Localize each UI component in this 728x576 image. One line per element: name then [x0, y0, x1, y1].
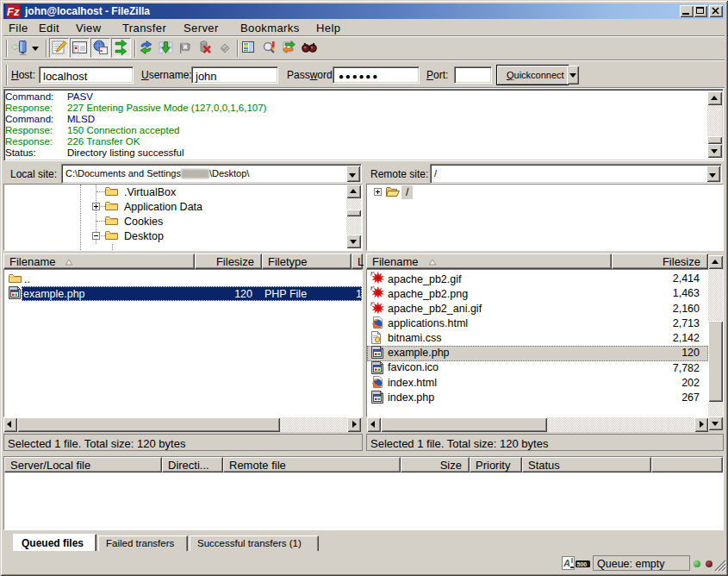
svg-text:A: A: [563, 558, 570, 568]
svg-text:Fz: Fz: [7, 5, 20, 18]
svg-text:500: 500: [577, 561, 588, 567]
